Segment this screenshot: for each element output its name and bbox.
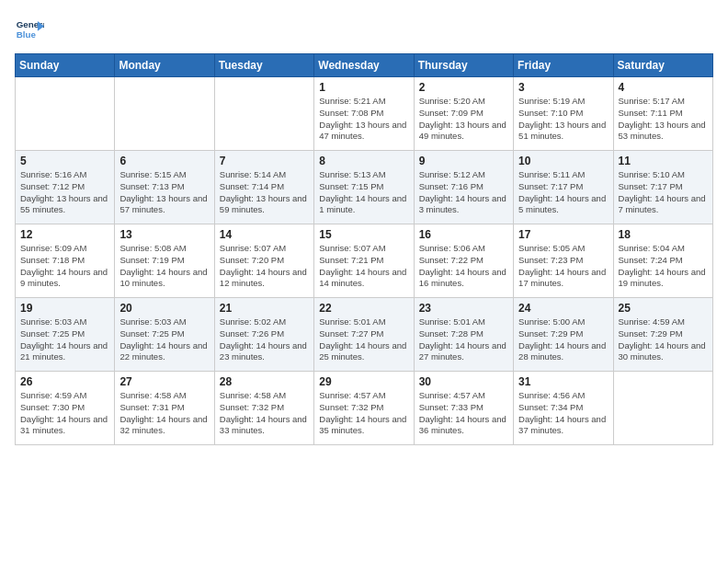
calendar-day-cell: 25Sunrise: 4:59 AM Sunset: 7:29 PM Dayli… bbox=[613, 298, 712, 372]
calendar-day-cell: 13Sunrise: 5:08 AM Sunset: 7:19 PM Dayli… bbox=[115, 224, 214, 298]
day-info: Sunrise: 5:07 AM Sunset: 7:20 PM Dayligh… bbox=[220, 243, 309, 290]
day-info: Sunrise: 4:58 AM Sunset: 7:32 PM Dayligh… bbox=[220, 390, 309, 437]
day-number: 24 bbox=[518, 302, 608, 315]
day-info: Sunrise: 5:17 AM Sunset: 7:11 PM Dayligh… bbox=[619, 96, 708, 143]
calendar-day-cell: 7Sunrise: 5:14 AM Sunset: 7:14 PM Daylig… bbox=[214, 151, 313, 224]
day-number: 5 bbox=[20, 155, 109, 167]
day-number: 18 bbox=[619, 228, 708, 241]
day-info: Sunrise: 5:08 AM Sunset: 7:19 PM Dayligh… bbox=[119, 243, 209, 290]
calendar-day-cell bbox=[16, 77, 115, 151]
calendar-day-cell bbox=[214, 77, 313, 151]
day-info: Sunrise: 4:57 AM Sunset: 7:32 PM Dayligh… bbox=[319, 390, 408, 437]
calendar-week-row: 26Sunrise: 4:59 AM Sunset: 7:30 PM Dayli… bbox=[16, 372, 713, 445]
weekday-header: Saturday bbox=[613, 54, 712, 77]
calendar-day-cell: 26Sunrise: 4:59 AM Sunset: 7:30 PM Dayli… bbox=[16, 372, 115, 445]
weekday-header: Sunday bbox=[16, 54, 115, 77]
weekday-header: Thursday bbox=[414, 54, 513, 77]
calendar-day-cell bbox=[613, 372, 712, 445]
weekday-header: Monday bbox=[115, 54, 214, 77]
day-info: Sunrise: 5:06 AM Sunset: 7:22 PM Dayligh… bbox=[419, 243, 508, 290]
day-number: 10 bbox=[518, 155, 608, 167]
day-number: 23 bbox=[419, 302, 508, 315]
page: General Blue SundayMondayTuesdayWednesda… bbox=[0, 0, 728, 454]
calendar-day-cell: 2Sunrise: 5:20 AM Sunset: 7:09 PM Daylig… bbox=[414, 77, 513, 151]
day-number: 26 bbox=[20, 375, 109, 388]
calendar-table: SundayMondayTuesdayWednesdayThursdayFrid… bbox=[15, 53, 713, 445]
day-info: Sunrise: 4:58 AM Sunset: 7:31 PM Dayligh… bbox=[119, 390, 209, 437]
day-number: 3 bbox=[518, 81, 608, 94]
day-number: 9 bbox=[419, 155, 508, 167]
day-number: 16 bbox=[419, 228, 508, 241]
day-number: 29 bbox=[319, 375, 408, 388]
calendar-day-cell: 15Sunrise: 5:07 AM Sunset: 7:21 PM Dayli… bbox=[314, 224, 414, 298]
day-info: Sunrise: 5:02 AM Sunset: 7:26 PM Dayligh… bbox=[220, 316, 309, 363]
day-info: Sunrise: 5:01 AM Sunset: 7:27 PM Dayligh… bbox=[319, 316, 408, 363]
day-number: 12 bbox=[20, 228, 109, 241]
day-number: 15 bbox=[319, 228, 408, 241]
calendar-day-cell: 20Sunrise: 5:03 AM Sunset: 7:25 PM Dayli… bbox=[115, 298, 214, 372]
calendar-day-cell: 27Sunrise: 4:58 AM Sunset: 7:31 PM Dayli… bbox=[115, 372, 214, 445]
day-number: 2 bbox=[419, 81, 508, 94]
day-info: Sunrise: 5:16 AM Sunset: 7:12 PM Dayligh… bbox=[20, 169, 109, 216]
logo: General Blue bbox=[15, 15, 50, 44]
calendar-day-cell bbox=[115, 77, 214, 151]
weekday-header: Tuesday bbox=[214, 54, 313, 77]
calendar-day-cell: 14Sunrise: 5:07 AM Sunset: 7:20 PM Dayli… bbox=[214, 224, 313, 298]
calendar-day-cell: 18Sunrise: 5:04 AM Sunset: 7:24 PM Dayli… bbox=[613, 224, 712, 298]
calendar-header-row: SundayMondayTuesdayWednesdayThursdayFrid… bbox=[16, 54, 713, 77]
day-info: Sunrise: 5:13 AM Sunset: 7:15 PM Dayligh… bbox=[319, 169, 408, 216]
calendar-day-cell: 9Sunrise: 5:12 AM Sunset: 7:16 PM Daylig… bbox=[414, 151, 513, 224]
day-number: 28 bbox=[220, 375, 309, 388]
calendar-day-cell: 16Sunrise: 5:06 AM Sunset: 7:22 PM Dayli… bbox=[414, 224, 513, 298]
weekday-header: Friday bbox=[514, 54, 613, 77]
day-number: 1 bbox=[319, 81, 408, 94]
day-info: Sunrise: 5:14 AM Sunset: 7:14 PM Dayligh… bbox=[220, 169, 309, 216]
day-number: 19 bbox=[20, 302, 109, 315]
day-number: 22 bbox=[319, 302, 408, 315]
calendar-day-cell: 31Sunrise: 4:56 AM Sunset: 7:34 PM Dayli… bbox=[514, 372, 613, 445]
logo-icon: General Blue bbox=[15, 15, 44, 44]
day-number: 27 bbox=[119, 375, 209, 388]
calendar-day-cell: 11Sunrise: 5:10 AM Sunset: 7:17 PM Dayli… bbox=[613, 151, 712, 224]
calendar-day-cell: 12Sunrise: 5:09 AM Sunset: 7:18 PM Dayli… bbox=[16, 224, 115, 298]
day-number: 4 bbox=[619, 81, 708, 94]
day-info: Sunrise: 5:20 AM Sunset: 7:09 PM Dayligh… bbox=[419, 96, 508, 143]
calendar-day-cell: 1Sunrise: 5:21 AM Sunset: 7:08 PM Daylig… bbox=[314, 77, 414, 151]
day-number: 13 bbox=[119, 228, 209, 241]
day-info: Sunrise: 5:03 AM Sunset: 7:25 PM Dayligh… bbox=[20, 316, 109, 363]
calendar-day-cell: 10Sunrise: 5:11 AM Sunset: 7:17 PM Dayli… bbox=[514, 151, 613, 224]
day-info: Sunrise: 5:19 AM Sunset: 7:10 PM Dayligh… bbox=[518, 96, 608, 143]
day-number: 7 bbox=[220, 155, 309, 167]
calendar-day-cell: 23Sunrise: 5:01 AM Sunset: 7:28 PM Dayli… bbox=[414, 298, 513, 372]
day-info: Sunrise: 5:15 AM Sunset: 7:13 PM Dayligh… bbox=[119, 169, 209, 216]
day-info: Sunrise: 5:03 AM Sunset: 7:25 PM Dayligh… bbox=[119, 316, 209, 363]
day-number: 30 bbox=[419, 375, 508, 388]
day-number: 14 bbox=[220, 228, 309, 241]
calendar-day-cell: 29Sunrise: 4:57 AM Sunset: 7:32 PM Dayli… bbox=[314, 372, 414, 445]
day-info: Sunrise: 5:10 AM Sunset: 7:17 PM Dayligh… bbox=[619, 169, 708, 216]
day-info: Sunrise: 4:57 AM Sunset: 7:33 PM Dayligh… bbox=[419, 390, 508, 437]
day-number: 20 bbox=[119, 302, 209, 315]
day-info: Sunrise: 4:56 AM Sunset: 7:34 PM Dayligh… bbox=[518, 390, 608, 437]
calendar-day-cell: 5Sunrise: 5:16 AM Sunset: 7:12 PM Daylig… bbox=[16, 151, 115, 224]
day-number: 31 bbox=[518, 375, 608, 388]
calendar-week-row: 12Sunrise: 5:09 AM Sunset: 7:18 PM Dayli… bbox=[16, 224, 713, 298]
calendar-day-cell: 21Sunrise: 5:02 AM Sunset: 7:26 PM Dayli… bbox=[214, 298, 313, 372]
day-number: 11 bbox=[619, 155, 708, 167]
day-info: Sunrise: 5:09 AM Sunset: 7:18 PM Dayligh… bbox=[20, 243, 109, 290]
day-number: 17 bbox=[518, 228, 608, 241]
calendar-week-row: 1Sunrise: 5:21 AM Sunset: 7:08 PM Daylig… bbox=[16, 77, 713, 151]
calendar-day-cell: 4Sunrise: 5:17 AM Sunset: 7:11 PM Daylig… bbox=[613, 77, 712, 151]
day-info: Sunrise: 5:04 AM Sunset: 7:24 PM Dayligh… bbox=[619, 243, 708, 290]
svg-text:Blue: Blue bbox=[17, 29, 37, 40]
calendar-day-cell: 17Sunrise: 5:05 AM Sunset: 7:23 PM Dayli… bbox=[514, 224, 613, 298]
day-number: 25 bbox=[619, 302, 708, 315]
day-number: 21 bbox=[220, 302, 309, 315]
day-info: Sunrise: 5:00 AM Sunset: 7:29 PM Dayligh… bbox=[518, 316, 608, 363]
calendar-day-cell: 28Sunrise: 4:58 AM Sunset: 7:32 PM Dayli… bbox=[214, 372, 313, 445]
calendar-day-cell: 22Sunrise: 5:01 AM Sunset: 7:27 PM Dayli… bbox=[314, 298, 414, 372]
calendar-day-cell: 30Sunrise: 4:57 AM Sunset: 7:33 PM Dayli… bbox=[414, 372, 513, 445]
calendar-day-cell: 6Sunrise: 5:15 AM Sunset: 7:13 PM Daylig… bbox=[115, 151, 214, 224]
day-info: Sunrise: 5:05 AM Sunset: 7:23 PM Dayligh… bbox=[518, 243, 608, 290]
day-info: Sunrise: 4:59 AM Sunset: 7:30 PM Dayligh… bbox=[20, 390, 109, 437]
